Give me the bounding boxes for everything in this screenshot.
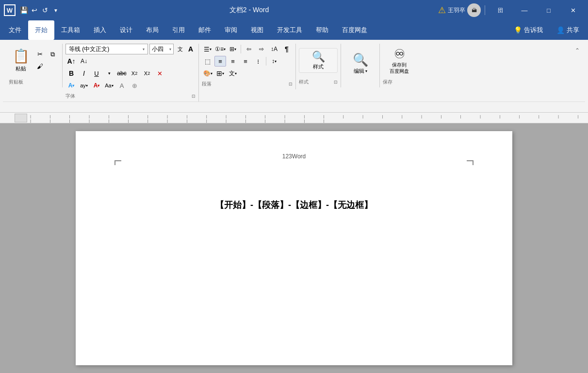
header-text: 123Word (282, 153, 306, 160)
paste-label: 粘贴 (16, 65, 26, 72)
undo-icon[interactable]: ↩ (30, 6, 39, 15)
ruler-tab-selector[interactable] (15, 114, 27, 122)
font-label: 字体 ⊡ (65, 91, 196, 100)
shadow-a-button[interactable]: A (116, 80, 128, 91)
titlebar-left: W 💾 ↩ ↺ ▼ (4, 4, 60, 16)
menu-references[interactable]: 引用 (165, 20, 192, 40)
menu-developer[interactable]: 开发工具 (270, 20, 309, 40)
borders-button[interactable]: ⊞▾ (214, 68, 226, 79)
subscript-button[interactable]: X2 (129, 68, 140, 79)
baidu-icon: ♾ (394, 47, 405, 62)
document-page[interactable]: 123Word 【开始】-【段落】-【边框】-【无边框】 (76, 131, 512, 365)
multilevel-list-button[interactable]: ⊞▾ (227, 44, 239, 54)
menu-mail[interactable]: 邮件 (192, 20, 218, 40)
menu-help[interactable]: 帮助 (309, 20, 335, 40)
distribute-button[interactable]: ⫶ (252, 56, 264, 67)
bold-button[interactable]: B (65, 68, 77, 79)
ruler-scale: | | | | | | | | | | | | | | | | | | | | … (28, 113, 588, 123)
font-grow-button[interactable]: A↑ (65, 56, 77, 67)
paragraph-group: ☰▾ ①≡▾ ⊞▾ ⇦ ⇨ ↕A ¶ ⬚ ≡ ≡ ≡ (199, 44, 296, 89)
save-baidu-button[interactable]: ♾ 保存到百度网盘 (386, 45, 413, 76)
font-name-value: 等线 (中文正文) (69, 45, 109, 53)
line-spacing-button[interactable]: ↕▾ (268, 56, 280, 67)
styles-label: 样式 (313, 63, 324, 70)
styles-button[interactable]: 🔍 样式 (299, 48, 338, 73)
restore-btn[interactable]: □ (538, 3, 560, 17)
menu-tell-me[interactable]: 💡告诉我 (507, 20, 550, 40)
menu-design[interactable]: 设计 (113, 20, 139, 40)
collapse-ribbon-button[interactable]: ⌃ (572, 46, 582, 55)
save-quick-icon[interactable]: 💾 (19, 6, 28, 15)
align-center-button[interactable]: ≡ (214, 56, 226, 67)
clear-format-button[interactable]: ✕ (154, 68, 165, 79)
styles-group: 🔍 样式 样式 ⊡ (296, 44, 341, 87)
menu-insert[interactable]: 插入 (87, 20, 113, 40)
justify-button[interactable]: ≡ (240, 56, 251, 67)
cut-copy-row: ✂ ⧉ (34, 49, 58, 60)
strikethrough-button[interactable]: abc (116, 68, 128, 79)
document-content[interactable]: 【开始】-【段落】-【边框】-【无边框】 (114, 199, 474, 211)
text-color-button[interactable]: A▾ (91, 80, 102, 91)
editing-group: 🔍 编辑 ▾ (341, 44, 380, 87)
superscript-button[interactable]: X2 (141, 68, 153, 79)
ribbon: 📋 粘贴 ✂ ⧉ 🖌 剪贴板 (0, 40, 588, 113)
font-color-button[interactable]: A▾ (65, 80, 77, 91)
show-marks-button[interactable]: ¶ (281, 44, 293, 54)
number-list-button[interactable]: ①≡▾ (214, 44, 226, 54)
customize-quick-access-icon[interactable]: ▼ (51, 6, 60, 15)
increase-indent-button[interactable]: ⇨ (256, 44, 267, 54)
paragraph-align-row: ⬚ ≡ ≡ ≡ ⫶ ↕▾ (202, 56, 293, 67)
warning-icon: ⚠ (438, 5, 446, 16)
highlight-button[interactable]: ay▾ (78, 80, 90, 91)
menu-home[interactable]: 开始 (28, 20, 54, 40)
font-format-row: B I U ▾ abc X2 X2 ✕ (65, 68, 196, 79)
font-size-value: 小四 (152, 45, 163, 53)
document-area: 123Word 【开始】-【段落】-【边框】-【无边框】 (0, 123, 588, 373)
clipboard-group: 📋 粘贴 ✂ ⧉ 🖌 剪贴板 (6, 44, 63, 87)
copy-button[interactable]: ⧉ (47, 49, 58, 60)
menu-view[interactable]: 视图 (244, 20, 270, 40)
clipboard-small-buttons: ✂ ⧉ 🖌 (34, 49, 58, 72)
menu-review[interactable]: 审阅 (218, 20, 244, 40)
user-area[interactable]: 王羽卒 🏔 (448, 3, 481, 17)
menu-toolbox[interactable]: 工具箱 (54, 20, 87, 40)
minimize-btn[interactable]: — (513, 3, 536, 17)
editing-arrow: ▾ (365, 69, 367, 73)
ribbon-display-btn[interactable]: 団 (489, 3, 511, 17)
close-btn[interactable]: ✕ (562, 3, 584, 17)
save-group: ♾ 保存到百度网盘 保存 (380, 44, 419, 87)
underline-button[interactable]: U (91, 68, 102, 79)
margin-top-right (467, 160, 474, 165)
bullet-list-button[interactable]: ☰▾ (202, 44, 213, 54)
ruler-ticks: | | | | | | | | | | | | | | | | | | | | … (28, 113, 588, 123)
titlebar: W 💾 ↩ ↺ ▼ 文档2 - Word ⚠ 王羽卒 🏔 団 — □ ✕ (0, 0, 588, 20)
paragraph-expand-icon[interactable]: ⊡ (289, 82, 293, 86)
styles-expand-icon[interactable]: ⊡ (334, 80, 338, 85)
sort-button[interactable]: ↕A (268, 44, 280, 54)
format-painter-button[interactable]: 🖌 (34, 61, 46, 72)
asian-layout-button[interactable]: 文▾ (227, 68, 239, 79)
circle-icon[interactable]: ⊕ (129, 80, 140, 91)
font-expand-icon[interactable]: ⊡ (192, 94, 196, 99)
decrease-indent-button[interactable]: ⇦ (243, 44, 255, 54)
paste-button[interactable]: 📋 粘贴 (9, 46, 33, 74)
redo-icon[interactable]: ↺ (41, 6, 49, 15)
menu-baidu[interactable]: 百度网盘 (335, 20, 374, 40)
shading-button[interactable]: 🎨▾ (202, 68, 213, 79)
editing-button[interactable]: 🔍 编辑 ▾ (349, 51, 372, 77)
paragraph-label: 段落 ⊡ (202, 79, 293, 87)
align-right-button[interactable]: ≡ (227, 56, 239, 67)
change-case-button[interactable]: Aa▾ (103, 80, 115, 91)
font-name-selector[interactable]: 等线 (中文正文) ▾ (65, 44, 148, 54)
italic-button[interactable]: I (78, 68, 90, 79)
font-size-selector[interactable]: 小四 ▾ (149, 44, 174, 54)
menu-file[interactable]: 文件 (2, 20, 28, 40)
margin-top-left (114, 160, 121, 165)
underline-arrow[interactable]: ▾ (103, 68, 115, 79)
align-left-button[interactable]: ⬚ (202, 56, 213, 67)
cut-button[interactable]: ✂ (34, 49, 46, 60)
menu-share[interactable]: 👤共享 (550, 20, 586, 40)
font-shrink-button[interactable]: A↓ (78, 56, 90, 67)
menu-layout[interactable]: 布局 (139, 20, 165, 40)
titlebar-right: ⚠ 王羽卒 🏔 団 — □ ✕ (438, 3, 584, 17)
